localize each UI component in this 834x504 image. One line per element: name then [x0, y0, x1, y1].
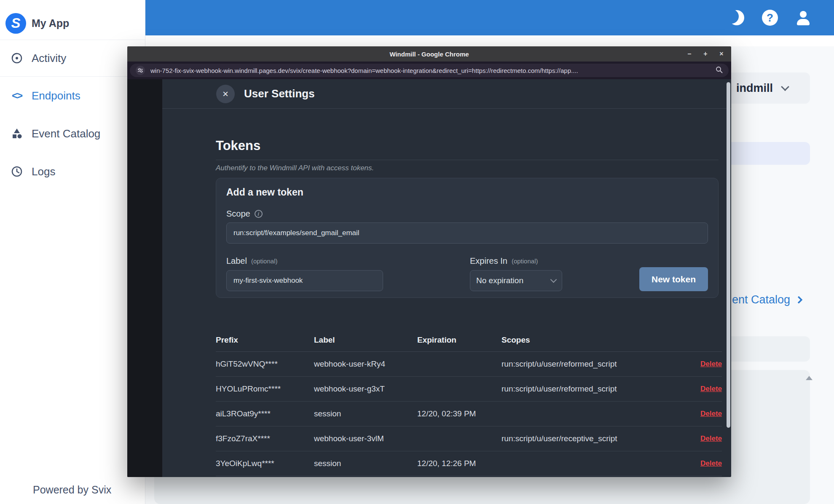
table-row: HYOLuPRomc**** webhook-user-g3xT run:scr… [216, 377, 722, 402]
cell-scopes: run:script/u/user/reformed_script [501, 384, 686, 394]
tokens-heading: Tokens [216, 138, 719, 153]
cell-expiration: 12/20, 02:39 PM [417, 409, 501, 418]
cell-prefix: HYOLuPRomc**** [216, 384, 314, 394]
table-header: Prefix Label Expiration Scopes [216, 328, 722, 352]
delete-link[interactable]: Delete [700, 459, 722, 468]
screen: ? indmill ent Catalog S My App Activity [0, 0, 834, 504]
sidebar-item-label: Logs [32, 165, 55, 178]
sidebar: S My App Activity <> Endpoints Event Cat… [0, 0, 145, 504]
page-scroll-up-icon[interactable] [806, 376, 813, 380]
workspace-label: indmill [736, 82, 773, 95]
cell-prefix: f3FzoZ7raX**** [216, 434, 314, 443]
delete-link[interactable]: Delete [700, 410, 722, 418]
app-header: ? [145, 0, 834, 35]
sidebar-item-logs[interactable]: Logs [0, 153, 145, 190]
sidebar-item-event-catalog[interactable]: Event Catalog [0, 115, 145, 153]
tokens-table: Prefix Label Expiration Scopes hGiT52wVN… [216, 328, 722, 476]
site-settings-icon[interactable] [136, 66, 145, 75]
cell-scopes: run:script/u/user/reformed_script [501, 359, 686, 369]
optional-text: (optional) [512, 257, 538, 265]
info-icon[interactable]: i [255, 210, 263, 218]
user-head [800, 11, 807, 18]
table-row: hGiT52wVNQ**** webhook-user-kRy4 run:scr… [216, 352, 722, 377]
dark-mode-icon[interactable] [729, 10, 744, 25]
powered-by-svix: Powered by Svix [33, 484, 111, 496]
user-icon[interactable] [796, 10, 811, 25]
drawer-scrollbar[interactable] [727, 82, 730, 428]
minimize-button[interactable]: – [686, 50, 693, 58]
new-token-button[interactable]: New token [639, 267, 708, 291]
cell-prefix: hGiT52wVNQ**** [216, 359, 314, 369]
maximize-button[interactable]: + [702, 50, 709, 58]
code-brackets-icon: <> [11, 90, 23, 102]
expires-label-text: Expires In [470, 256, 507, 266]
chevron-down-icon [781, 83, 789, 91]
activity-icon [11, 52, 23, 64]
token-label-input[interactable] [226, 270, 383, 291]
cell-label: session [314, 459, 417, 468]
add-token-title: Add a new token [226, 187, 708, 198]
delete-link[interactable]: Delete [700, 385, 722, 393]
col-expiration: Expiration [417, 335, 501, 345]
app-name: My App [32, 17, 69, 29]
close-icon[interactable]: × [216, 85, 235, 103]
event-catalog-link-label: ent Catalog [732, 293, 790, 306]
help-icon[interactable]: ? [762, 10, 778, 26]
drawer-header: × User Settings [162, 79, 731, 109]
expiration-value: No expiration [476, 276, 523, 285]
table-row: aiL3ROat9y**** session 12/20, 02:39 PM D… [216, 402, 722, 426]
col-scopes: Scopes [501, 335, 686, 345]
drawer-title: User Settings [244, 87, 315, 100]
page-backdrop [127, 79, 162, 477]
scope-input[interactable] [226, 223, 708, 244]
col-label: Label [314, 335, 417, 345]
logs-clock-icon [11, 166, 23, 177]
drawer-body: Tokens Authentify to the Windmill API wi… [162, 109, 731, 476]
tokens-subtitle: Authentify to the Windmill API with acce… [216, 164, 719, 172]
svix-logo-icon: S [5, 13, 26, 34]
brand: S My App [0, 0, 145, 40]
divider [216, 160, 719, 160]
add-token-card: Add a new token Scope i Label [216, 178, 719, 298]
label-label-text: Label [226, 256, 247, 266]
cell-expiration: 12/20, 12:26 PM [417, 459, 501, 468]
col-prefix: Prefix [216, 335, 314, 345]
chevron-down-icon [550, 276, 557, 283]
table-rows: hGiT52wVNQ**** webhook-user-kRy4 run:scr… [216, 352, 722, 476]
sidebar-item-label: Event Catalog [32, 127, 100, 140]
cell-label: session [314, 409, 417, 418]
chrome-window: Windmill - Google Chrome – + × win-752-f… [127, 46, 731, 477]
shapes-icon [11, 128, 23, 139]
chrome-urlbar: win-752-fix-svix-webhook-win.windmill.pa… [127, 62, 731, 79]
sidebar-item-label: Endpoints [32, 89, 80, 102]
cell-prefix: 3YeOiKpLwq**** [216, 459, 314, 468]
sidebar-item-activity[interactable]: Activity [0, 40, 145, 76]
cell-label: webhook-user-g3xT [314, 384, 417, 394]
header-gap [145, 35, 834, 46]
cell-label: webhook-user-3vlM [314, 434, 417, 443]
chrome-titlebar[interactable]: Windmill - Google Chrome – + × [127, 46, 731, 62]
sidebar-item-label: Activity [32, 52, 66, 65]
scope-label-text: Scope [226, 209, 250, 219]
sidebar-item-endpoints[interactable]: <> Endpoints [0, 77, 145, 115]
label-label: Label (optional) [226, 256, 383, 266]
user-settings-drawer: × User Settings Tokens Authentify to the… [162, 79, 731, 477]
url-text[interactable]: win-752-fix-svix-webhook-win.windmill.pa… [150, 67, 711, 74]
window-close-button[interactable]: × [718, 50, 725, 58]
address-bar[interactable]: win-752-fix-svix-webhook-win.windmill.pa… [130, 64, 729, 77]
event-catalog-link[interactable]: ent Catalog [732, 293, 802, 306]
cell-scopes: run:script/u/user/receptive_script [501, 434, 686, 443]
optional-text: (optional) [251, 257, 278, 265]
window-title: Windmill - Google Chrome [389, 51, 469, 58]
delete-link[interactable]: Delete [700, 360, 722, 368]
expires-label: Expires In (optional) [470, 256, 562, 266]
scope-label: Scope i [226, 209, 708, 219]
expiration-select[interactable]: No expiration [470, 270, 562, 291]
search-icon[interactable] [716, 66, 723, 75]
delete-link[interactable]: Delete [700, 434, 722, 443]
chevron-right-icon [795, 296, 802, 303]
chrome-content: × User Settings Tokens Authentify to the… [127, 79, 731, 477]
moon-bite [724, 9, 739, 24]
cell-label: webhook-user-kRy4 [314, 359, 417, 369]
user-body [797, 19, 810, 25]
